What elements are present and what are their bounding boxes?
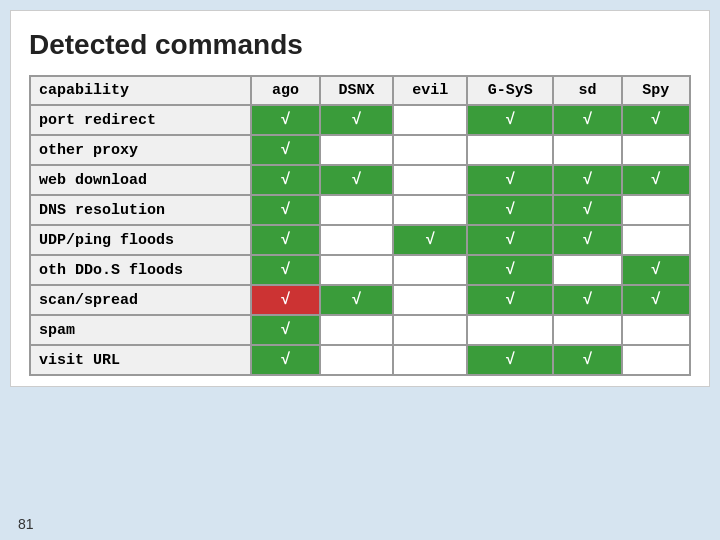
cell-web-download-ago: √	[251, 165, 319, 195]
header-capability: capability	[30, 76, 251, 105]
cell-spam-ago: √	[251, 315, 319, 345]
table-row: other proxy√	[30, 135, 690, 165]
cell-oth-DDo.S-floods-evil	[393, 255, 467, 285]
cell-UDP/ping-floods-ago: √	[251, 225, 319, 255]
cell-port-redirect-spy: √	[622, 105, 690, 135]
cell-DNS-resolution-dsnx	[320, 195, 394, 225]
cell-oth-DDo.S-floods-sd	[553, 255, 621, 285]
cell-DNS-resolution-evil	[393, 195, 467, 225]
cell-scan/spread-evil	[393, 285, 467, 315]
cell-visit-URL-spy	[622, 345, 690, 375]
capability-cell: UDP/ping floods	[30, 225, 251, 255]
capability-cell: web download	[30, 165, 251, 195]
cell-spam-evil	[393, 315, 467, 345]
capability-cell: scan/spread	[30, 285, 251, 315]
cell-web-download-evil	[393, 165, 467, 195]
header-spy: Spy	[622, 76, 690, 105]
capability-cell: visit URL	[30, 345, 251, 375]
cell-UDP/ping-floods-spy	[622, 225, 690, 255]
cell-UDP/ping-floods-sd: √	[553, 225, 621, 255]
cell-DNS-resolution-ago: √	[251, 195, 319, 225]
cell-spam-spy	[622, 315, 690, 345]
cell-DNS-resolution-spy	[622, 195, 690, 225]
capability-cell: spam	[30, 315, 251, 345]
cell-other-proxy-gsys	[467, 135, 553, 165]
capability-cell: DNS resolution	[30, 195, 251, 225]
header-dsnx: DSNX	[320, 76, 394, 105]
header-sd: sd	[553, 76, 621, 105]
cell-web-download-spy: √	[622, 165, 690, 195]
cell-scan/spread-gsys: √	[467, 285, 553, 315]
header-gsys: G-SyS	[467, 76, 553, 105]
cell-UDP/ping-floods-gsys: √	[467, 225, 553, 255]
cell-scan/spread-spy: √	[622, 285, 690, 315]
cell-UDP/ping-floods-dsnx	[320, 225, 394, 255]
table-row: UDP/ping floods√√√√	[30, 225, 690, 255]
capability-cell: port redirect	[30, 105, 251, 135]
cell-scan/spread-sd: √	[553, 285, 621, 315]
table-row: DNS resolution√√√	[30, 195, 690, 225]
header-evil: evil	[393, 76, 467, 105]
cell-visit-URL-dsnx	[320, 345, 394, 375]
cell-scan/spread-dsnx: √	[320, 285, 394, 315]
cell-other-proxy-dsnx	[320, 135, 394, 165]
cell-visit-URL-evil	[393, 345, 467, 375]
table-row: web download√√√√√	[30, 165, 690, 195]
table-header-row: capability ago DSNX evil G-SyS sd Spy	[30, 76, 690, 105]
cell-port-redirect-sd: √	[553, 105, 621, 135]
cell-port-redirect-ago: √	[251, 105, 319, 135]
cell-web-download-dsnx: √	[320, 165, 394, 195]
cell-other-proxy-sd	[553, 135, 621, 165]
table-row: port redirect√√√√√	[30, 105, 690, 135]
cell-DNS-resolution-sd: √	[553, 195, 621, 225]
header-ago: ago	[251, 76, 319, 105]
cell-port-redirect-evil	[393, 105, 467, 135]
table-row: scan/spread√√√√√	[30, 285, 690, 315]
cell-other-proxy-evil	[393, 135, 467, 165]
slide-title: Detected commands	[29, 29, 691, 61]
capability-cell: oth DDo.S floods	[30, 255, 251, 285]
cell-DNS-resolution-gsys: √	[467, 195, 553, 225]
slide: Detected commands capability ago DSNX ev…	[10, 10, 710, 387]
table-row: oth DDo.S floods√√√	[30, 255, 690, 285]
cell-oth-DDo.S-floods-dsnx	[320, 255, 394, 285]
cell-spam-gsys	[467, 315, 553, 345]
cell-visit-URL-ago: √	[251, 345, 319, 375]
table-row: spam√	[30, 315, 690, 345]
cell-port-redirect-gsys: √	[467, 105, 553, 135]
cell-oth-DDo.S-floods-ago: √	[251, 255, 319, 285]
cell-port-redirect-dsnx: √	[320, 105, 394, 135]
cell-visit-URL-sd: √	[553, 345, 621, 375]
cell-oth-DDo.S-floods-spy: √	[622, 255, 690, 285]
cell-visit-URL-gsys: √	[467, 345, 553, 375]
capability-cell: other proxy	[30, 135, 251, 165]
page-number: 81	[18, 516, 34, 532]
cell-spam-sd	[553, 315, 621, 345]
cell-UDP/ping-floods-evil: √	[393, 225, 467, 255]
cell-web-download-sd: √	[553, 165, 621, 195]
cell-other-proxy-spy	[622, 135, 690, 165]
cell-scan/spread-ago: √	[251, 285, 319, 315]
cell-other-proxy-ago: √	[251, 135, 319, 165]
cell-oth-DDo.S-floods-gsys: √	[467, 255, 553, 285]
detected-commands-table: capability ago DSNX evil G-SyS sd Spy po…	[29, 75, 691, 376]
table-row: visit URL√√√	[30, 345, 690, 375]
cell-spam-dsnx	[320, 315, 394, 345]
cell-web-download-gsys: √	[467, 165, 553, 195]
